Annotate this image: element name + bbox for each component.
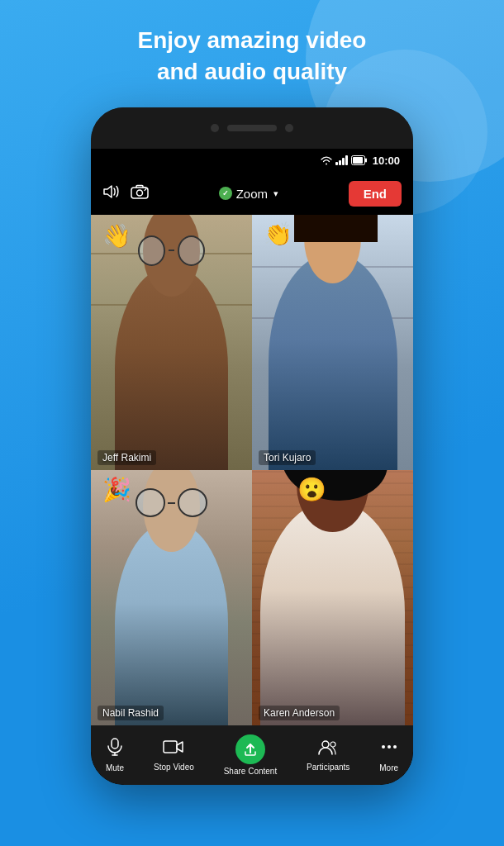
headline-line1: Enjoy amazing video [138, 27, 367, 53]
nav-share-content[interactable]: Share Content [217, 731, 284, 779]
reaction-karen: 😮 [297, 478, 326, 501]
nav-mute[interactable]: Mute [99, 734, 131, 776]
mute-label: Mute [106, 763, 124, 772]
end-call-button[interactable]: End [349, 181, 402, 207]
video-cell-jeff: 👋 Jeff Rakimi [91, 215, 252, 470]
app-toolbar: Zoom ▾ End [91, 172, 413, 215]
headline-line2: and audio quality [157, 59, 347, 84]
svg-point-14 [388, 745, 391, 749]
reaction-jeff: 👋 [102, 225, 131, 248]
person-karen [260, 501, 406, 725]
battery-icon [351, 155, 368, 165]
bar-3 [342, 158, 345, 165]
headline: Enjoy amazing video and audio quality [0, 25, 504, 88]
bar-1 [335, 162, 338, 165]
person-tori [269, 253, 397, 470]
phone-screen: 10:00 [91, 149, 413, 785]
nav-more[interactable]: More [373, 734, 405, 776]
video-cell-nabil: 🎉 Nabil Rashid [91, 470, 252, 725]
svg-marker-3 [104, 186, 112, 197]
front-camera-2 [285, 124, 293, 132]
name-nabil: Nabil Rashid [97, 706, 164, 720]
signal-icons [321, 155, 368, 165]
name-jeff: Jeff Rakimi [97, 450, 156, 465]
participants-label: Participants [307, 763, 349, 772]
name-tori: Tori Kujaro [259, 450, 316, 465]
status-bar: 10:00 [91, 149, 413, 172]
svg-point-12 [330, 742, 335, 747]
svg-point-11 [322, 741, 329, 748]
video-grid: 👋 Jeff Rakimi 👏 To [91, 215, 413, 725]
name-karen: Karen Anderson [259, 706, 340, 720]
bar-2 [339, 160, 341, 165]
zoom-active-dot [219, 187, 232, 200]
share-content-label: Share Content [224, 767, 278, 776]
front-camera [211, 124, 219, 132]
person-jeff [115, 266, 228, 470]
share-content-icon [235, 734, 265, 764]
reaction-tori: 👏 [264, 223, 292, 246]
zoom-chevron-icon: ▾ [273, 188, 278, 199]
status-time: 10:00 [373, 154, 400, 167]
phone-speaker [227, 125, 277, 131]
mute-icon [106, 738, 124, 761]
signal-bars-icon [335, 155, 348, 165]
svg-rect-1 [353, 157, 363, 164]
bar-4 [345, 155, 348, 165]
more-label: More [379, 763, 398, 772]
stop-video-label: Stop Video [154, 763, 194, 772]
stop-video-icon [163, 739, 184, 760]
svg-rect-2 [365, 159, 367, 163]
more-icon [380, 738, 398, 761]
svg-point-13 [382, 745, 385, 749]
participants-icon [317, 739, 339, 760]
person-nabil [115, 521, 228, 725]
bottom-nav: Mute Stop Video [91, 725, 413, 785]
svg-point-15 [393, 745, 397, 749]
video-cell-karen: 😮 Karen Anderson [252, 470, 413, 725]
camera-flip-icon[interactable] [131, 184, 149, 203]
phone-frame: 10:00 [91, 107, 413, 785]
svg-point-5 [137, 190, 143, 196]
video-cell-tori: 👏 Tori Kujaro [252, 215, 413, 470]
phone-top-bar [91, 107, 413, 149]
nav-stop-video[interactable]: Stop Video [147, 735, 201, 775]
svg-rect-9 [164, 741, 177, 753]
wifi-icon [321, 155, 332, 165]
nav-participants[interactable]: Participants [300, 735, 356, 775]
zoom-text: Zoom [236, 187, 268, 201]
speaker-icon[interactable] [102, 184, 121, 203]
zoom-label[interactable]: Zoom ▾ [219, 187, 278, 201]
svg-rect-6 [112, 739, 118, 749]
reaction-nabil: 🎉 [102, 478, 131, 501]
